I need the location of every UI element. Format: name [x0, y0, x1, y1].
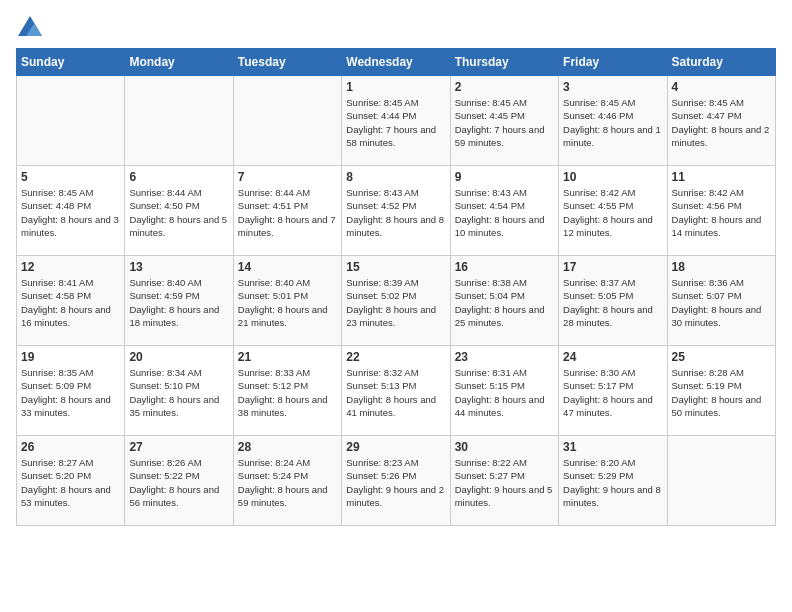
day-info: Sunrise: 8:36 AM Sunset: 5:07 PM Dayligh… — [672, 276, 771, 329]
calendar-cell — [17, 76, 125, 166]
day-number: 28 — [238, 440, 337, 454]
calendar-cell: 4Sunrise: 8:45 AM Sunset: 4:47 PM Daylig… — [667, 76, 775, 166]
day-number: 25 — [672, 350, 771, 364]
calendar-week-3: 12Sunrise: 8:41 AM Sunset: 4:58 PM Dayli… — [17, 256, 776, 346]
day-number: 22 — [346, 350, 445, 364]
day-info: Sunrise: 8:45 AM Sunset: 4:45 PM Dayligh… — [455, 96, 554, 149]
calendar-cell: 1Sunrise: 8:45 AM Sunset: 4:44 PM Daylig… — [342, 76, 450, 166]
day-number: 2 — [455, 80, 554, 94]
day-number: 20 — [129, 350, 228, 364]
calendar-cell: 21Sunrise: 8:33 AM Sunset: 5:12 PM Dayli… — [233, 346, 341, 436]
day-info: Sunrise: 8:45 AM Sunset: 4:44 PM Dayligh… — [346, 96, 445, 149]
day-info: Sunrise: 8:23 AM Sunset: 5:26 PM Dayligh… — [346, 456, 445, 509]
calendar-week-1: 1Sunrise: 8:45 AM Sunset: 4:44 PM Daylig… — [17, 76, 776, 166]
calendar-cell: 30Sunrise: 8:22 AM Sunset: 5:27 PM Dayli… — [450, 436, 558, 526]
day-number: 9 — [455, 170, 554, 184]
calendar-cell — [233, 76, 341, 166]
calendar-table: SundayMondayTuesdayWednesdayThursdayFrid… — [16, 48, 776, 526]
day-info: Sunrise: 8:45 AM Sunset: 4:47 PM Dayligh… — [672, 96, 771, 149]
day-number: 15 — [346, 260, 445, 274]
day-info: Sunrise: 8:44 AM Sunset: 4:50 PM Dayligh… — [129, 186, 228, 239]
day-number: 27 — [129, 440, 228, 454]
calendar-cell: 9Sunrise: 8:43 AM Sunset: 4:54 PM Daylig… — [450, 166, 558, 256]
calendar-cell — [667, 436, 775, 526]
calendar-cell: 18Sunrise: 8:36 AM Sunset: 5:07 PM Dayli… — [667, 256, 775, 346]
day-info: Sunrise: 8:22 AM Sunset: 5:27 PM Dayligh… — [455, 456, 554, 509]
day-number: 21 — [238, 350, 337, 364]
day-info: Sunrise: 8:45 AM Sunset: 4:46 PM Dayligh… — [563, 96, 662, 149]
calendar-cell: 19Sunrise: 8:35 AM Sunset: 5:09 PM Dayli… — [17, 346, 125, 436]
day-info: Sunrise: 8:34 AM Sunset: 5:10 PM Dayligh… — [129, 366, 228, 419]
day-number: 18 — [672, 260, 771, 274]
calendar-body: 1Sunrise: 8:45 AM Sunset: 4:44 PM Daylig… — [17, 76, 776, 526]
calendar-cell: 11Sunrise: 8:42 AM Sunset: 4:56 PM Dayli… — [667, 166, 775, 256]
day-number: 7 — [238, 170, 337, 184]
calendar-cell: 7Sunrise: 8:44 AM Sunset: 4:51 PM Daylig… — [233, 166, 341, 256]
day-info: Sunrise: 8:27 AM Sunset: 5:20 PM Dayligh… — [21, 456, 120, 509]
calendar-cell: 25Sunrise: 8:28 AM Sunset: 5:19 PM Dayli… — [667, 346, 775, 436]
day-info: Sunrise: 8:38 AM Sunset: 5:04 PM Dayligh… — [455, 276, 554, 329]
day-number: 3 — [563, 80, 662, 94]
logo-icon — [18, 16, 42, 36]
day-number: 17 — [563, 260, 662, 274]
weekday-header-thursday: Thursday — [450, 49, 558, 76]
calendar-cell: 22Sunrise: 8:32 AM Sunset: 5:13 PM Dayli… — [342, 346, 450, 436]
calendar-cell: 14Sunrise: 8:40 AM Sunset: 5:01 PM Dayli… — [233, 256, 341, 346]
calendar-cell: 26Sunrise: 8:27 AM Sunset: 5:20 PM Dayli… — [17, 436, 125, 526]
day-number: 19 — [21, 350, 120, 364]
calendar-header: SundayMondayTuesdayWednesdayThursdayFrid… — [17, 49, 776, 76]
weekday-header-sunday: Sunday — [17, 49, 125, 76]
day-info: Sunrise: 8:40 AM Sunset: 5:01 PM Dayligh… — [238, 276, 337, 329]
day-number: 29 — [346, 440, 445, 454]
calendar-cell: 23Sunrise: 8:31 AM Sunset: 5:15 PM Dayli… — [450, 346, 558, 436]
weekday-header-wednesday: Wednesday — [342, 49, 450, 76]
calendar-cell: 28Sunrise: 8:24 AM Sunset: 5:24 PM Dayli… — [233, 436, 341, 526]
day-info: Sunrise: 8:24 AM Sunset: 5:24 PM Dayligh… — [238, 456, 337, 509]
day-info: Sunrise: 8:33 AM Sunset: 5:12 PM Dayligh… — [238, 366, 337, 419]
day-number: 14 — [238, 260, 337, 274]
calendar-week-2: 5Sunrise: 8:45 AM Sunset: 4:48 PM Daylig… — [17, 166, 776, 256]
day-info: Sunrise: 8:42 AM Sunset: 4:56 PM Dayligh… — [672, 186, 771, 239]
day-info: Sunrise: 8:41 AM Sunset: 4:58 PM Dayligh… — [21, 276, 120, 329]
calendar-cell: 27Sunrise: 8:26 AM Sunset: 5:22 PM Dayli… — [125, 436, 233, 526]
day-number: 6 — [129, 170, 228, 184]
day-info: Sunrise: 8:20 AM Sunset: 5:29 PM Dayligh… — [563, 456, 662, 509]
day-number: 11 — [672, 170, 771, 184]
day-number: 5 — [21, 170, 120, 184]
day-info: Sunrise: 8:45 AM Sunset: 4:48 PM Dayligh… — [21, 186, 120, 239]
calendar-cell: 24Sunrise: 8:30 AM Sunset: 5:17 PM Dayli… — [559, 346, 667, 436]
page-header — [16, 16, 776, 36]
weekday-row: SundayMondayTuesdayWednesdayThursdayFrid… — [17, 49, 776, 76]
calendar-cell: 10Sunrise: 8:42 AM Sunset: 4:55 PM Dayli… — [559, 166, 667, 256]
weekday-header-monday: Monday — [125, 49, 233, 76]
calendar-week-4: 19Sunrise: 8:35 AM Sunset: 5:09 PM Dayli… — [17, 346, 776, 436]
day-info: Sunrise: 8:39 AM Sunset: 5:02 PM Dayligh… — [346, 276, 445, 329]
day-number: 30 — [455, 440, 554, 454]
day-info: Sunrise: 8:35 AM Sunset: 5:09 PM Dayligh… — [21, 366, 120, 419]
day-info: Sunrise: 8:40 AM Sunset: 4:59 PM Dayligh… — [129, 276, 228, 329]
calendar-cell: 13Sunrise: 8:40 AM Sunset: 4:59 PM Dayli… — [125, 256, 233, 346]
weekday-header-friday: Friday — [559, 49, 667, 76]
day-number: 10 — [563, 170, 662, 184]
day-info: Sunrise: 8:37 AM Sunset: 5:05 PM Dayligh… — [563, 276, 662, 329]
day-info: Sunrise: 8:31 AM Sunset: 5:15 PM Dayligh… — [455, 366, 554, 419]
day-number: 8 — [346, 170, 445, 184]
day-info: Sunrise: 8:44 AM Sunset: 4:51 PM Dayligh… — [238, 186, 337, 239]
calendar-cell: 2Sunrise: 8:45 AM Sunset: 4:45 PM Daylig… — [450, 76, 558, 166]
day-info: Sunrise: 8:32 AM Sunset: 5:13 PM Dayligh… — [346, 366, 445, 419]
day-info: Sunrise: 8:43 AM Sunset: 4:54 PM Dayligh… — [455, 186, 554, 239]
day-info: Sunrise: 8:43 AM Sunset: 4:52 PM Dayligh… — [346, 186, 445, 239]
calendar-cell: 20Sunrise: 8:34 AM Sunset: 5:10 PM Dayli… — [125, 346, 233, 436]
calendar-cell: 6Sunrise: 8:44 AM Sunset: 4:50 PM Daylig… — [125, 166, 233, 256]
day-info: Sunrise: 8:26 AM Sunset: 5:22 PM Dayligh… — [129, 456, 228, 509]
day-number: 23 — [455, 350, 554, 364]
day-info: Sunrise: 8:30 AM Sunset: 5:17 PM Dayligh… — [563, 366, 662, 419]
calendar-cell: 3Sunrise: 8:45 AM Sunset: 4:46 PM Daylig… — [559, 76, 667, 166]
day-number: 31 — [563, 440, 662, 454]
logo — [16, 16, 44, 36]
calendar-cell: 15Sunrise: 8:39 AM Sunset: 5:02 PM Dayli… — [342, 256, 450, 346]
day-number: 13 — [129, 260, 228, 274]
day-info: Sunrise: 8:42 AM Sunset: 4:55 PM Dayligh… — [563, 186, 662, 239]
calendar-cell: 31Sunrise: 8:20 AM Sunset: 5:29 PM Dayli… — [559, 436, 667, 526]
calendar-cell: 5Sunrise: 8:45 AM Sunset: 4:48 PM Daylig… — [17, 166, 125, 256]
